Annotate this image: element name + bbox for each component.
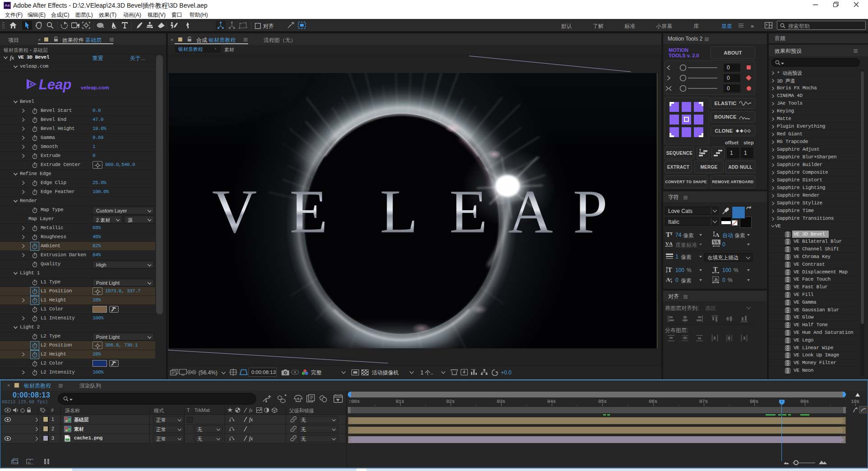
svg-text:A: A — [508, 177, 553, 246]
svg-text:P: P — [573, 177, 608, 246]
svg-text:T: T — [670, 231, 673, 236]
svg-text:A: A — [669, 241, 673, 246]
svg-text:T: T — [713, 266, 718, 273]
svg-text:E: E — [290, 177, 328, 246]
svg-text:E: E — [449, 177, 487, 246]
svg-text:V: V — [212, 177, 257, 246]
svg-text:A: A — [715, 231, 720, 238]
svg-text:T: T — [668, 267, 672, 273]
svg-text:Leap: Leap — [39, 77, 71, 92]
svg-text:あ: あ — [714, 277, 718, 282]
svg-text:a: a — [670, 277, 672, 281]
svg-text:L: L — [380, 177, 418, 246]
svg-text:VA: VA — [713, 240, 719, 245]
svg-text:V: V — [665, 241, 669, 246]
